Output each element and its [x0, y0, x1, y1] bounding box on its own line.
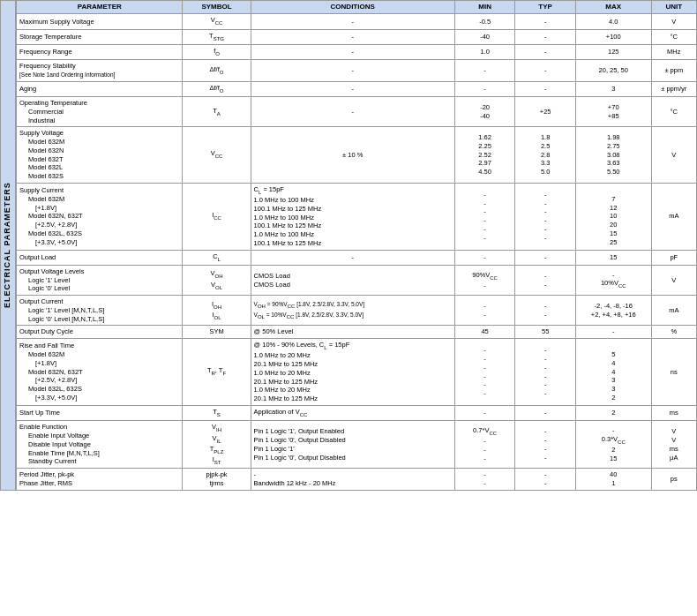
table-row: Enable FunctionEnable Input VoltageDisab…	[17, 421, 697, 469]
symbol-cell: VOHVOL	[183, 265, 251, 295]
param-cell: Period Jitter, pk-pkPhase Jitter, RMS	[17, 469, 183, 491]
cond-cell: -	[251, 250, 454, 265]
typ-cell: --	[515, 265, 576, 295]
min-cell: 1.0	[454, 44, 515, 59]
max-cell: 4.0	[575, 14, 651, 29]
typ-cell: -	[515, 81, 576, 96]
unit-cell: ns	[651, 339, 696, 406]
symbol-cell: fO	[183, 44, 251, 59]
table-row: Start Up Time TS Application of VCC - - …	[17, 405, 697, 420]
param-cell: Supply CurrentModel 632M[+1.8V]Model 632…	[17, 183, 183, 250]
table-row: Operating TemperatureCommercialIndustria…	[17, 97, 697, 127]
unit-cell: MHz	[651, 44, 696, 59]
symbol-cell: VCC	[183, 14, 251, 29]
symbol-cell: VCC	[183, 127, 251, 184]
table-row: Output Voltage LevelsLogic '1' LevelLogi…	[17, 265, 697, 295]
typ-cell: ------	[515, 339, 576, 406]
cond-cell: @ 10% - 90% Levels, CL = 15pF1.0 MHz to …	[251, 339, 454, 406]
unit-cell: mA	[651, 183, 696, 250]
symbol-cell: SYM	[183, 326, 251, 339]
symbol-cell: pjpk-pktjrms	[183, 469, 251, 491]
header-typ: TYP	[515, 1, 576, 14]
min-cell: --	[454, 296, 515, 326]
max-cell: 2	[575, 405, 651, 420]
param-cell: Frequency Range	[17, 44, 183, 59]
param-cell: Output Load	[17, 250, 183, 265]
cond-cell: -	[251, 81, 454, 96]
max-cell: 544332	[575, 339, 651, 406]
typ-cell: --	[515, 469, 576, 491]
table-row: Frequency Range fO - 1.0 - 125 MHz	[17, 44, 697, 59]
min-cell: -	[454, 60, 515, 82]
unit-cell: %	[651, 326, 696, 339]
typ-cell: ----	[515, 421, 576, 469]
min-cell: 45	[454, 326, 515, 339]
unit-cell: mA	[651, 296, 696, 326]
typ-cell: -	[515, 44, 576, 59]
param-cell: Frequency Stability[See Note 1and Orderi…	[17, 60, 183, 82]
parameters-table: PARAMETER SYMBOL CONDITIONS MIN TYP MAX …	[16, 0, 697, 491]
typ-cell: +25	[515, 97, 576, 127]
symbol-cell: VIHVILTPLZIST	[183, 421, 251, 469]
param-cell: Start Up Time	[17, 405, 183, 420]
unit-cell: V	[651, 127, 696, 184]
symbol-cell: TA	[183, 97, 251, 127]
min-cell: ------	[454, 183, 515, 250]
table-row: Rise and Fall TimeModel 632M[+1.8V]Model…	[17, 339, 697, 406]
typ-cell: -	[515, 14, 576, 29]
max-cell: 71210201525	[575, 183, 651, 250]
cond-cell: -	[251, 44, 454, 59]
max-cell: 15	[575, 250, 651, 265]
header-conditions: CONDITIONS	[251, 1, 454, 14]
table-row: Aging Δf/fO - - - 3 ± ppm/yr	[17, 81, 697, 96]
cond-cell: -	[251, 60, 454, 82]
cond-cell: VOH = 90%VCC [1.8V, 2.5/2.8V, 3.3V, 5.0V…	[251, 296, 454, 326]
min-cell: -	[454, 250, 515, 265]
symbol-cell: TR, TF	[183, 339, 251, 406]
table-row: Supply VoltageModel 632MModel 632NModel …	[17, 127, 697, 184]
min-cell: ------	[454, 339, 515, 406]
max-cell: +70+85	[575, 97, 651, 127]
table-row: Frequency Stability[See Note 1and Orderi…	[17, 60, 697, 82]
max-cell: 1.982.753.083.635.50	[575, 127, 651, 184]
table-row: Supply CurrentModel 632M[+1.8V]Model 632…	[17, 183, 697, 250]
unit-cell: °C	[651, 29, 696, 44]
cond-cell: @ 50% Level	[251, 326, 454, 339]
param-cell: Operating TemperatureCommercialIndustria…	[17, 97, 183, 127]
max-cell: +100	[575, 29, 651, 44]
header-parameter: PARAMETER	[17, 1, 183, 14]
cond-cell: -	[251, 14, 454, 29]
symbol-cell: CL	[183, 250, 251, 265]
min-cell: -0.5	[454, 14, 515, 29]
param-cell: Rise and Fall TimeModel 632M[+1.8V]Model…	[17, 339, 183, 406]
typ-cell: 1.82.52.83.35.0	[515, 127, 576, 184]
min-cell: 90%VCC-	[454, 265, 515, 295]
unit-cell: ps	[651, 469, 696, 491]
main-container: ELECTRICAL PARAMETERS PARAMETER SYMBOL C…	[0, 0, 697, 491]
max-cell: -10%VCC	[575, 265, 651, 295]
cond-cell: -Bandwidth 12 kHz - 20 MHz	[251, 469, 454, 491]
min-cell: --	[454, 469, 515, 491]
cond-cell: Application of VCC	[251, 405, 454, 420]
max-cell: -2, -4, -8, -16+2, +4, +8, +16	[575, 296, 651, 326]
table-row: Output Duty Cycle SYM @ 50% Level 45 55 …	[17, 326, 697, 339]
max-cell: -0.3*VCC215	[575, 421, 651, 469]
unit-cell: ± ppm/yr	[651, 81, 696, 96]
header-min: MIN	[454, 1, 515, 14]
max-cell: 401	[575, 469, 651, 491]
min-cell: -40	[454, 29, 515, 44]
typ-cell: -	[515, 250, 576, 265]
param-cell: Aging	[17, 81, 183, 96]
symbol-cell: TSTG	[183, 29, 251, 44]
param-cell: Enable FunctionEnable Input VoltageDisab…	[17, 421, 183, 469]
param-cell: Output CurrentLogic '1' Level [M,N,T,L,S…	[17, 296, 183, 326]
header-row: PARAMETER SYMBOL CONDITIONS MIN TYP MAX …	[17, 1, 697, 14]
cond-cell: -	[251, 29, 454, 44]
param-cell: Maximum Supply Voltage	[17, 14, 183, 29]
typ-cell: 55	[515, 326, 576, 339]
table-row: Output CurrentLogic '1' Level [M,N,T,L,S…	[17, 296, 697, 326]
param-cell: Supply VoltageModel 632MModel 632NModel …	[17, 127, 183, 184]
header-symbol: SYMBOL	[183, 1, 251, 14]
table-row: Output Load CL - - - 15 pF	[17, 250, 697, 265]
typ-cell: -	[515, 405, 576, 420]
